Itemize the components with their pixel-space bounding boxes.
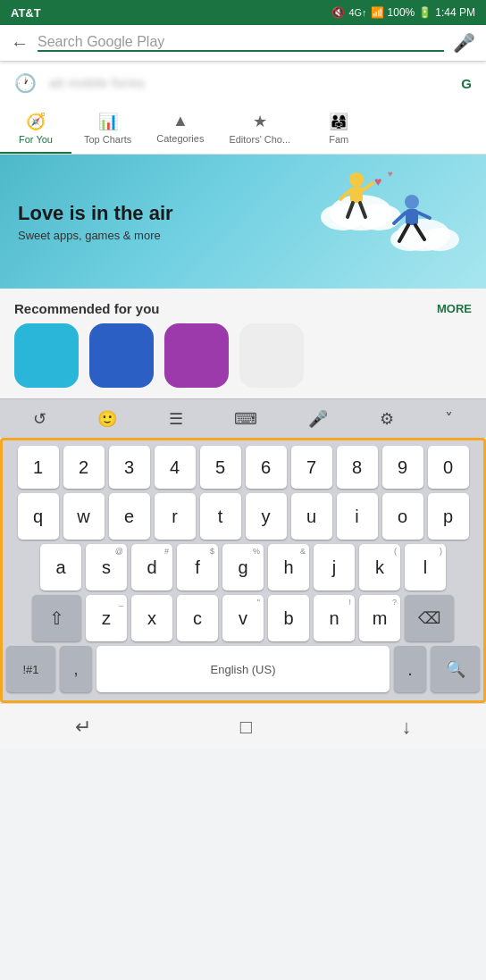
keyboard-row-z: ⇧ _z x c "v b !n ?m ⌫ [6, 595, 480, 641]
key-7[interactable]: 7 [291, 446, 332, 489]
recommended-header: Recommended for you MORE [0, 289, 486, 323]
svg-point-12 [405, 195, 419, 209]
key-2[interactable]: 2 [63, 446, 105, 489]
top-charts-icon: 📊 [98, 112, 118, 131]
keyboard-row-a: a @s #d $f %g &h j (k )l [6, 544, 480, 591]
toolbar-keyboard-btn[interactable]: ⌨ [227, 406, 264, 432]
key-backspace[interactable]: ⌫ [405, 595, 454, 641]
svg-line-17 [418, 213, 430, 218]
key-search[interactable]: 🔍 [431, 646, 480, 692]
key-x[interactable]: x [131, 595, 172, 641]
bottom-home-btn[interactable]: □ [240, 716, 252, 739]
key-n[interactable]: !n [314, 595, 355, 641]
app-icon-4 [239, 323, 304, 388]
key-sym[interactable]: !#1 [6, 646, 55, 692]
svg-point-6 [349, 172, 364, 187]
key-k[interactable]: (k [359, 544, 400, 591]
svg-text:♥: ♥ [374, 174, 381, 188]
tab-editors-choice[interactable]: ★ Editors' Cho... [216, 105, 303, 154]
bottom-nav: ↵ □ ↓ [0, 703, 486, 750]
key-b[interactable]: b [268, 595, 309, 641]
banner: Love is in the air Sweet apps, games & m… [0, 155, 486, 289]
bottom-recents-btn[interactable]: ↓ [401, 716, 411, 739]
toolbar-collapse-btn[interactable]: ˅ [438, 406, 460, 432]
tab-editors-choice-label: Editors' Cho... [229, 134, 290, 145]
search-suggestion[interactable]: 🕐 att mobile forms G [0, 61, 486, 105]
mic-icon[interactable]: 🎤 [453, 32, 475, 54]
tab-for-you-label: For You [19, 134, 53, 145]
key-h[interactable]: &h [268, 544, 309, 591]
toolbar-clipboard-btn[interactable]: ☰ [162, 406, 190, 432]
toolbar-undo-btn[interactable]: ↺ [26, 406, 54, 432]
editors-choice-icon: ★ [253, 112, 267, 131]
tab-categories[interactable]: ▲ Categories [144, 105, 216, 154]
key-u[interactable]: u [291, 493, 332, 540]
key-4[interactable]: 4 [155, 446, 196, 489]
key-c[interactable]: c [177, 595, 218, 641]
key-shift[interactable]: ⇧ [32, 595, 81, 641]
status-bar: AT&T 🔇 4G↑ 📶 100% 🔋 1:44 PM [0, 0, 486, 25]
app-icon-1[interactable] [14, 323, 79, 388]
key-q[interactable]: q [18, 493, 59, 540]
banner-title: Love is in the air [18, 202, 173, 225]
search-input[interactable] [38, 34, 444, 52]
key-i[interactable]: i [337, 493, 378, 540]
key-z[interactable]: _z [86, 595, 127, 641]
mute-icon: 🔇 [331, 6, 345, 19]
toolbar-emoji-btn[interactable]: 🙂 [90, 406, 124, 432]
key-period[interactable]: . [394, 646, 426, 692]
bottom-back-btn[interactable]: ↵ [75, 716, 91, 739]
key-6[interactable]: 6 [246, 446, 287, 489]
key-8[interactable]: 8 [337, 446, 378, 489]
back-button[interactable]: ← [11, 33, 29, 54]
key-w[interactable]: w [63, 493, 105, 540]
recommended-title: Recommended for you [14, 301, 160, 316]
search-input-area[interactable] [38, 34, 444, 52]
key-1[interactable]: 1 [18, 446, 59, 489]
key-comma[interactable]: , [60, 646, 92, 692]
keyboard-row-numbers: 1 2 3 4 5 6 7 8 9 0 [6, 446, 480, 489]
tab-for-you[interactable]: 🧭 For You [0, 105, 71, 154]
key-j[interactable]: j [314, 544, 355, 591]
app-icon-2[interactable] [89, 323, 154, 388]
time-label: 1:44 PM [435, 6, 475, 19]
data-icon: 4G↑ [348, 7, 366, 18]
keyboard-toolbar: ↺ 🙂 ☰ ⌨ 🎤 ⚙ ˅ [0, 398, 486, 438]
tab-family-label: Fam [329, 134, 348, 145]
tab-top-charts[interactable]: 📊 Top Charts [71, 105, 144, 154]
key-l[interactable]: )l [405, 544, 446, 591]
nav-tabs: 🧭 For You 📊 Top Charts ▲ Categories ★ Ed… [0, 105, 486, 155]
signal-icon: 📶 [371, 6, 384, 19]
app-icon-3[interactable] [164, 323, 229, 388]
key-r[interactable]: r [155, 493, 196, 540]
keyboard: 1 2 3 4 5 6 7 8 9 0 q w e r t y u i o p … [0, 438, 486, 703]
key-f[interactable]: $f [177, 544, 218, 591]
toolbar-mic-btn[interactable]: 🎤 [301, 406, 335, 432]
for-you-icon: 🧭 [26, 112, 46, 131]
key-m[interactable]: ?m [359, 595, 400, 641]
key-g[interactable]: %g [222, 544, 264, 591]
more-button[interactable]: MORE [437, 302, 472, 315]
banner-text: Love is in the air Sweet apps, games & m… [18, 202, 173, 242]
key-0[interactable]: 0 [428, 446, 469, 489]
history-icon: 🕐 [14, 72, 37, 94]
key-5[interactable]: 5 [200, 446, 241, 489]
key-a[interactable]: a [40, 544, 81, 591]
key-space[interactable]: English (US) [96, 646, 390, 692]
banner-illustration: ♥ ♥ [289, 163, 468, 280]
key-9[interactable]: 9 [382, 446, 423, 489]
tab-family[interactable]: 👨‍👩‍👧 Fam [303, 105, 374, 154]
banner-subtitle: Sweet apps, games & more [18, 229, 173, 242]
key-3[interactable]: 3 [109, 446, 150, 489]
key-s[interactable]: @s [86, 544, 127, 591]
key-y[interactable]: y [246, 493, 287, 540]
key-d[interactable]: #d [131, 544, 172, 591]
svg-rect-7 [350, 187, 363, 203]
key-o[interactable]: o [382, 493, 423, 540]
keyboard-row-q: q w e r t y u i o p [6, 493, 480, 540]
key-v[interactable]: "v [222, 595, 264, 641]
key-t[interactable]: t [200, 493, 241, 540]
key-e[interactable]: e [109, 493, 150, 540]
key-p[interactable]: p [428, 493, 469, 540]
toolbar-settings-btn[interactable]: ⚙ [373, 406, 401, 432]
